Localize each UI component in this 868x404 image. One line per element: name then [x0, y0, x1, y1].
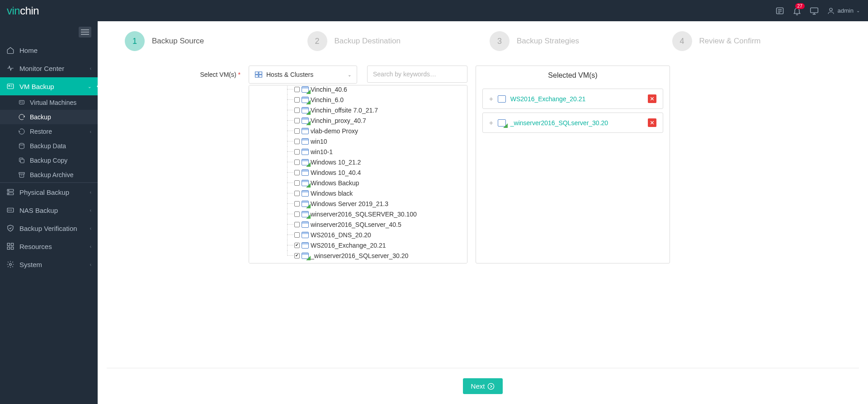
vm-icon	[302, 221, 309, 228]
vm-name: WS2016_Exchange_20.21	[311, 242, 386, 249]
svg-point-5	[19, 143, 24, 145]
vm-tree-node[interactable]: Vinchin_proxy_40.7	[294, 115, 467, 126]
vm-name: _winserver2016_SQLserver_30.20	[311, 252, 408, 259]
sidebar-item-verify[interactable]: Backup Verification‹	[0, 219, 98, 237]
vm-tree: Vinchin_40.6Vinchin_6.0Vinchin_offsite 7…	[249, 85, 467, 261]
remove-button[interactable]	[648, 118, 656, 127]
chevron-left-icon: ‹	[90, 226, 91, 231]
vm-checkbox[interactable]	[294, 87, 300, 92]
sidebar-item-monitor[interactable]: Monitor Center‹	[0, 59, 98, 77]
svg-rect-3	[7, 84, 14, 89]
sidebar-item-label: Restore	[30, 128, 52, 135]
vm-checkbox[interactable]	[294, 170, 300, 175]
vm-tree-node[interactable]: WS2016_DNS_20.20	[294, 230, 467, 240]
next-button[interactable]: Next	[463, 378, 503, 394]
vm-tree-node[interactable]: WS2016_Exchange_20.21	[294, 240, 467, 250]
vm-icon	[498, 119, 506, 127]
sidebar-sub-backup[interactable]: Backup	[0, 110, 98, 124]
sidebar-sub-backup-copy[interactable]: Backup Copy	[0, 153, 98, 168]
vm-tree-node[interactable]: win10-1	[294, 146, 467, 157]
vm-tree-node[interactable]: win10	[294, 136, 467, 146]
sidebar-item-system[interactable]: System‹	[0, 255, 98, 273]
vm-tree-node[interactable]: Windows 10_21.2	[294, 157, 467, 167]
chevron-down-icon: ⌄	[88, 84, 91, 89]
vm-name: Windows 10_21.2	[311, 159, 361, 166]
vm-icon	[302, 117, 309, 124]
vm-icon	[302, 86, 309, 93]
monitor-icon[interactable]	[810, 6, 819, 15]
vm-checkbox[interactable]	[294, 149, 300, 155]
expand-icon[interactable]: +	[489, 119, 493, 127]
vm-tree-node[interactable]: winserver2016_SQLserver_40.5	[294, 219, 467, 230]
vm-checkbox[interactable]	[294, 108, 300, 113]
vm-name: winserver2016_SQLserver_40.5	[311, 221, 401, 228]
vm-checkbox[interactable]	[294, 97, 300, 103]
vm-checkbox[interactable]	[294, 180, 300, 186]
svg-point-11	[9, 193, 9, 194]
user-menu[interactable]: admin ⌄	[827, 7, 860, 15]
vm-tree-node[interactable]: Windows Server 2019_21.3	[294, 198, 467, 209]
sidebar-item-nas[interactable]: NAS Backup‹	[0, 201, 98, 219]
vm-icon	[302, 97, 309, 103]
vm-tree-node[interactable]: winserver2016_SQLSERVER_30.100	[294, 209, 467, 219]
vm-checkbox[interactable]	[294, 253, 300, 258]
vm-checkbox[interactable]	[294, 243, 300, 248]
wizard-step[interactable]: 2Backup Destination	[307, 31, 476, 51]
vm-tree-node[interactable]: Vinchin_offsite 7.0_21.7	[294, 105, 467, 115]
sidebar-sub-backup-data[interactable]: Backup Data	[0, 139, 98, 153]
vm-icon	[302, 232, 309, 238]
vm-tree-node[interactable]: Windows black	[294, 188, 467, 198]
alerts-icon[interactable]: 27	[793, 6, 802, 15]
logo: vinchin	[7, 5, 39, 17]
sidebar-sub-virtual-machines[interactable]: Virtual Machines	[0, 95, 98, 110]
step-number: 4	[672, 31, 692, 51]
step-number: 2	[307, 31, 327, 51]
selected-vm-name[interactable]: WS2016_Exchange_20.21	[510, 95, 586, 103]
chevron-left-icon: ‹	[90, 244, 91, 249]
chevron-down-icon: ⌄	[856, 8, 860, 13]
sidebar-item-home[interactable]: Home	[0, 41, 98, 59]
vm-tree-node[interactable]: Vinchin_40.6	[294, 85, 467, 94]
expand-icon[interactable]: +	[489, 95, 493, 103]
tasks-icon[interactable]	[775, 6, 784, 15]
view-selector-label: Hosts & Clusters	[266, 71, 313, 78]
wizard-step[interactable]: 3Backup Strategies	[490, 31, 659, 51]
sidebar-item-physical[interactable]: Physical Backup‹	[0, 183, 98, 201]
vm-checkbox[interactable]	[294, 211, 300, 217]
user-name: admin	[838, 7, 854, 14]
selected-vm-name[interactable]: _winserver2016_SQLserver_30.20	[510, 119, 608, 127]
wizard-body: Select VM(s) * Hosts & Clusters ⌄	[107, 61, 859, 277]
vm-checkbox[interactable]	[294, 191, 300, 196]
vm-checkbox[interactable]	[294, 139, 300, 144]
vm-tree-node[interactable]: Vinchin_6.0	[294, 94, 467, 105]
vm-checkbox[interactable]	[294, 222, 300, 227]
vm-checkbox[interactable]	[294, 201, 300, 207]
top-actions: 27 admin ⌄	[775, 6, 860, 15]
hamburger-button[interactable]	[79, 27, 91, 38]
svg-point-17	[9, 263, 12, 266]
sidebar-item-vmbackup[interactable]: VM Backup⌄	[0, 77, 98, 95]
vm-tree-node[interactable]: Windows Backup	[294, 178, 467, 188]
vm-tree-panel[interactable]: Vinchin_40.6Vinchin_6.0Vinchin_offsite 7…	[249, 85, 467, 263]
vm-checkbox[interactable]	[294, 128, 300, 134]
search-input[interactable]	[367, 66, 467, 83]
sidebar-item-label: Backup Data	[30, 142, 66, 150]
vm-checkbox[interactable]	[294, 232, 300, 238]
svg-rect-18	[255, 72, 259, 74]
selected-title: Selected VM(s)	[476, 66, 670, 85]
sidebar-sub-backup-archive[interactable]: Backup Archive	[0, 168, 98, 182]
wizard-step[interactable]: 4Review & Confirm	[672, 31, 841, 51]
svg-rect-1	[810, 8, 818, 13]
remove-button[interactable]	[648, 94, 656, 103]
view-selector[interactable]: Hosts & Clusters ⌄	[249, 66, 357, 84]
wizard-step[interactable]: 1Backup Source	[125, 31, 294, 51]
vm-checkbox[interactable]	[294, 160, 300, 165]
sidebar-sub-restore[interactable]: Restore‹	[0, 124, 98, 139]
vm-tree-node[interactable]: _winserver2016_SQLserver_30.20	[294, 250, 467, 261]
sidebar-item-resources[interactable]: Resources‹	[0, 237, 98, 255]
vm-checkbox[interactable]	[294, 118, 300, 123]
sidebar-item-label: Physical Backup	[19, 188, 69, 196]
vm-tree-node[interactable]: vlab-demo Proxy	[294, 126, 467, 136]
sidebar-item-label: NAS Backup	[19, 207, 58, 214]
vm-tree-node[interactable]: Windows 10_40.4	[294, 167, 467, 178]
